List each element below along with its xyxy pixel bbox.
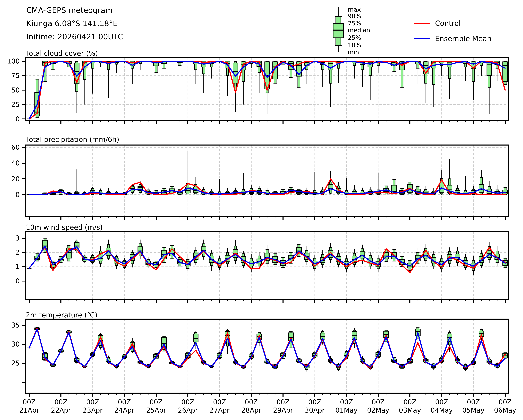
ensemble-label: Ensemble Mean	[435, 34, 491, 43]
x-label-time: 00Z	[86, 398, 99, 406]
box-25-75	[503, 62, 507, 81]
key-label-max: max	[348, 6, 361, 13]
box-25-75	[265, 253, 270, 260]
x-label-time: 00Z	[277, 398, 290, 406]
panel-title-precip: Total precipitation (mm/6h)	[26, 135, 119, 143]
x-label-date: 01May	[335, 406, 358, 414]
x-label-date: 30Apr	[305, 406, 325, 414]
y-tick-label: 30	[11, 340, 20, 348]
x-label-date: 06May	[494, 406, 516, 414]
x-label-date: 02May	[367, 406, 389, 414]
x-label-time: 00Z	[245, 398, 258, 406]
y-tick-label: 60	[11, 143, 20, 151]
x-label-date: 24Apr	[114, 406, 134, 414]
y-tick-label: 1	[16, 263, 20, 271]
key-label-90: 90%	[348, 13, 361, 20]
x-label-time: 00Z	[150, 398, 163, 406]
panel-title-cloud: Total cloud cover (%)	[26, 49, 98, 57]
x-label-date: 03May	[399, 406, 421, 414]
meteogram-svg: CMA-GEPS meteogram Kiunga 6.08°S 141.18°…	[0, 0, 523, 420]
chart-title: CMA-GEPS meteogram	[26, 6, 113, 15]
x-label-date: 29Apr	[273, 406, 293, 414]
x-label-date: 05May	[462, 406, 484, 414]
y-tick-label: 2	[16, 249, 20, 256]
y-tick-label: 40	[11, 159, 20, 167]
y-tick-label: 100	[7, 57, 20, 65]
x-label-time: 00Z	[372, 398, 385, 406]
x-label-time: 00Z	[308, 398, 321, 406]
x-label-time: 00Z	[340, 398, 353, 406]
key-label-median: median	[348, 27, 370, 33]
x-label-date: 22Apr	[51, 406, 71, 414]
panel-title-wind: 10m wind speed (m/s)	[26, 223, 103, 231]
x-label-date: 04May	[431, 406, 453, 414]
control-label: Control	[435, 19, 461, 27]
y-tick-label: 0	[16, 115, 20, 123]
y-tick-label: 35	[11, 321, 20, 329]
x-label-date: 25Apr	[146, 406, 166, 414]
x-label-time: 00Z	[213, 398, 226, 406]
y-tick-label: 50	[11, 86, 20, 94]
y-tick-label: 0	[16, 191, 20, 198]
panel-title-temp: 2m temperature (℃)	[26, 311, 98, 319]
y-tick-label: 3	[16, 234, 20, 242]
chart-location: Kiunga 6.08°S 141.18°E	[26, 19, 118, 28]
x-label-date: 27Apr	[210, 406, 229, 414]
x-label-time: 00Z	[435, 398, 448, 406]
x-label-date: 26Apr	[178, 406, 198, 414]
x-label-time: 00Z	[403, 398, 417, 406]
meteogram-figure: CMA-GEPS meteogram Kiunga 6.08°S 141.18°…	[0, 0, 523, 420]
key-label-75: 75%	[348, 20, 361, 27]
y-tick-label: 20	[11, 175, 20, 183]
key-label-25: 25%	[348, 34, 361, 41]
x-label-time: 00Z	[498, 398, 512, 406]
x-label-time: 00Z	[181, 398, 194, 406]
y-tick-label: 25	[11, 101, 20, 108]
x-label-date: 28Apr	[241, 406, 261, 414]
x-label-time: 00Z	[54, 398, 67, 406]
key-label-min: min	[348, 49, 359, 55]
x-label-date: 21Apr	[19, 406, 39, 414]
x-label-date: 23Apr	[83, 406, 103, 414]
x-label-time: 00Z	[23, 398, 36, 406]
chart-initime: Initime: 20260421 00UTC	[26, 32, 123, 41]
key-label-10: 10%	[348, 42, 361, 49]
x-label-time: 00Z	[118, 398, 131, 406]
y-tick-label: 25	[11, 359, 20, 367]
x-label-time: 00Z	[467, 398, 480, 406]
y-tick-label: 0	[16, 277, 20, 285]
y-tick-label: 75	[11, 72, 20, 79]
